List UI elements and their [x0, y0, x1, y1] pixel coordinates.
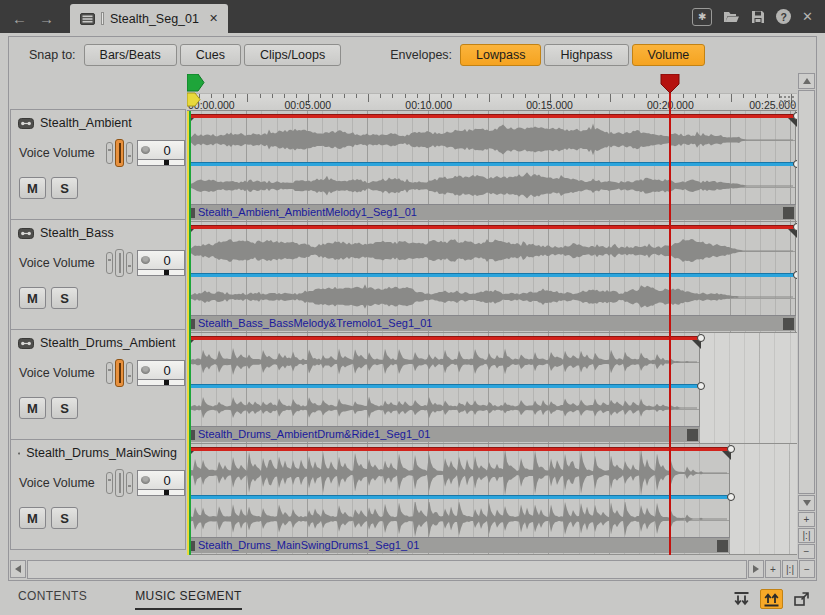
voice-volume-control[interactable]: 0	[137, 360, 185, 386]
envelope-volume-button[interactable]: Volume	[632, 44, 706, 66]
solo-button[interactable]: S	[51, 397, 78, 419]
volume-envelope-line[interactable]	[187, 385, 700, 388]
clip[interactable]: Stealth_Ambient_AmbientMelody1_Seg1_01	[187, 111, 796, 221]
voice-volume-control[interactable]: 0	[137, 250, 185, 276]
mute-button[interactable]: M	[19, 287, 46, 309]
tab-music-segment-bottom[interactable]: MUSIC SEGMENT	[135, 589, 242, 610]
envelope-highpass-button[interactable]: Highpass	[544, 44, 628, 66]
voice-volume-value[interactable]: 0	[150, 143, 184, 158]
track-header[interactable]: Stealth_Ambient Voice Volume 0 M S	[10, 109, 186, 220]
track-header[interactable]: Stealth_Drums_Ambient Voice Volume 0 M S	[10, 329, 186, 440]
clip-name-bar[interactable]: Stealth_Drums_MainSwingDrums1_Seg1_01	[187, 537, 730, 553]
voice-volume-control[interactable]: 0	[137, 470, 185, 496]
envelope-point-icon[interactable]	[697, 334, 705, 342]
exit-cue-marker[interactable]	[660, 74, 680, 94]
tab-close-icon[interactable]: ✕	[209, 12, 218, 25]
lane-empty-area[interactable]	[730, 444, 797, 554]
clip[interactable]: Stealth_Bass_BassMelody&Tremolo1_Seg1_01	[187, 222, 796, 332]
envelope-point-icon[interactable]	[793, 160, 797, 168]
timeline-lanes[interactable]: 00:00.00000:05.00000:10.00000:15.00000:2…	[187, 73, 797, 559]
scroll-up-button[interactable]	[798, 73, 815, 89]
mute-button[interactable]: M	[19, 177, 46, 199]
open-folder-icon[interactable]	[723, 10, 740, 23]
solo-button[interactable]: S	[51, 287, 78, 309]
save-icon[interactable]	[751, 10, 765, 24]
lowpass-envelope-line[interactable]	[187, 448, 730, 451]
vertical-zoom-in-button[interactable]: +	[798, 512, 815, 527]
scroll-right-button[interactable]	[748, 560, 764, 578]
envelope-lowpass-button[interactable]: Lowpass	[460, 44, 541, 66]
fader-icon[interactable]	[106, 249, 133, 277]
playback-cursor[interactable]	[669, 93, 671, 555]
volume-envelope-line[interactable]	[187, 163, 796, 166]
clip-right-handle[interactable]	[717, 540, 728, 552]
expand-up-icon[interactable]	[760, 589, 783, 609]
snap-bars-beats-button[interactable]: Bars/Beats	[84, 44, 177, 66]
track-header[interactable]: Stealth_Drums_MainSwing Voice Volume 0 M…	[10, 439, 186, 550]
voice-volume-control[interactable]: 0	[137, 140, 185, 166]
tab-contents[interactable]: CONTENTS	[18, 589, 87, 610]
volume-envelope-line[interactable]	[187, 496, 730, 499]
envelope-point-icon[interactable]	[697, 382, 705, 390]
fader-icon[interactable]	[106, 139, 133, 167]
fader-icon[interactable]	[106, 469, 133, 497]
solo-button[interactable]: S	[51, 507, 78, 529]
clip-name-bar[interactable]: Stealth_Bass_BassMelody&Tremolo1_Seg1_01	[187, 315, 796, 331]
horizontal-zoom-out-button[interactable]: −	[799, 560, 815, 578]
popout-icon[interactable]	[790, 589, 813, 609]
ruler-resize-grip[interactable]	[779, 95, 794, 108]
track-lane[interactable]: Stealth_Ambient_AmbientMelody1_Seg1_01	[187, 111, 797, 222]
clip-right-handle[interactable]	[783, 207, 794, 219]
horizontal-zoom-in-button[interactable]: +	[765, 560, 781, 578]
track-lane[interactable]: Stealth_Drums_AmbientDrum&Ride1_Seg1_01	[187, 333, 797, 444]
help-icon[interactable]: ?	[776, 9, 791, 24]
voice-volume-slider[interactable]	[137, 160, 185, 166]
vertical-zoom-reset-button[interactable]: |:|	[798, 528, 815, 543]
voice-volume-slider[interactable]	[137, 490, 185, 496]
vertical-scroll-thumb[interactable]	[798, 90, 815, 494]
clip-name-bar[interactable]: Stealth_Ambient_AmbientMelody1_Seg1_01	[187, 204, 796, 220]
pin-icon[interactable]: ✱	[692, 8, 712, 26]
track-lane[interactable]: Stealth_Bass_BassMelody&Tremolo1_Seg1_01	[187, 222, 797, 333]
clip-right-handle[interactable]	[687, 429, 698, 441]
clip[interactable]: Stealth_Drums_AmbientDrum&Ride1_Seg1_01	[187, 333, 700, 443]
horizontal-scrollbar[interactable]: + |:| −	[10, 560, 815, 579]
voice-volume-value[interactable]: 0	[150, 253, 184, 268]
snap-cues-button[interactable]: Cues	[180, 44, 241, 66]
volume-envelope-line[interactable]	[187, 274, 796, 277]
track-header[interactable]: Stealth_Bass Voice Volume 0 M S	[10, 219, 186, 330]
tab-music-segment[interactable]: Stealth_Seg_01 ✕	[70, 4, 228, 33]
fader-icon[interactable]	[106, 359, 133, 387]
envelope-point-icon[interactable]	[793, 223, 797, 231]
clip-name-bar[interactable]: Stealth_Drums_AmbientDrum&Ride1_Seg1_01	[187, 426, 700, 442]
collapse-down-icon[interactable]	[730, 589, 753, 609]
horizontal-scroll-thumb[interactable]	[27, 560, 747, 579]
entry-cue-marker[interactable]	[187, 74, 207, 108]
close-icon[interactable]: ✕	[802, 10, 813, 23]
lowpass-envelope-line[interactable]	[187, 115, 796, 118]
mute-button[interactable]: M	[19, 397, 46, 419]
scroll-left-button[interactable]	[10, 560, 26, 578]
voice-volume-value[interactable]: 0	[150, 363, 184, 378]
voice-volume-slider[interactable]	[137, 270, 185, 276]
voice-volume-value[interactable]: 0	[150, 473, 184, 488]
time-ruler[interactable]: 00:00.00000:05.00000:10.00000:15.00000:2…	[187, 93, 797, 111]
solo-button[interactable]: S	[51, 177, 78, 199]
lowpass-envelope-line[interactable]	[187, 337, 700, 340]
vertical-scrollbar[interactable]: + |:| −	[798, 73, 815, 559]
track-lane[interactable]: Stealth_Drums_MainSwingDrums1_Seg1_01	[187, 444, 797, 555]
vertical-zoom-out-button[interactable]: −	[798, 544, 815, 559]
back-icon[interactable]: ←	[12, 11, 27, 26]
lane-empty-area[interactable]	[700, 333, 797, 443]
envelope-point-icon[interactable]	[727, 493, 735, 501]
envelope-point-icon[interactable]	[793, 271, 797, 279]
envelope-point-icon[interactable]	[727, 445, 735, 453]
clip-right-handle[interactable]	[783, 318, 794, 330]
envelope-point-icon[interactable]	[793, 112, 797, 120]
snap-clips-loops-button[interactable]: Clips/Loops	[244, 44, 341, 66]
forward-icon[interactable]: →	[39, 11, 54, 26]
mute-button[interactable]: M	[19, 507, 46, 529]
clip[interactable]: Stealth_Drums_MainSwingDrums1_Seg1_01	[187, 444, 730, 554]
voice-volume-slider[interactable]	[137, 380, 185, 386]
lowpass-envelope-line[interactable]	[187, 226, 796, 229]
